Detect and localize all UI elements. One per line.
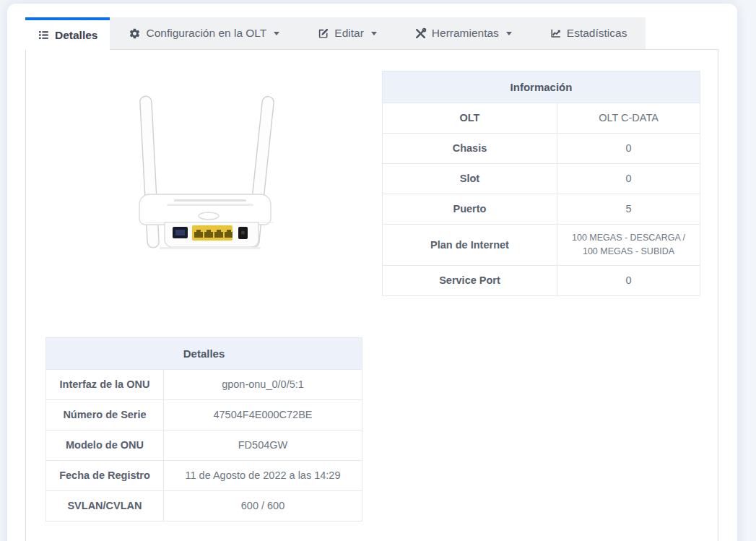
tab-configuracion-olt-label: Configuración en la OLT bbox=[146, 27, 266, 40]
row-label: Puerto bbox=[383, 194, 557, 225]
row-label: Número de Serie bbox=[46, 400, 164, 430]
detalles-table: Detalles Interfaz de la ONU gpon-onu_0/0… bbox=[45, 337, 362, 521]
row-label: Interfaz de la ONU bbox=[46, 370, 164, 400]
row-label: Chasis bbox=[383, 134, 557, 164]
tab-estadisticas-label: Estadísticas bbox=[567, 27, 627, 40]
row-value: 0 bbox=[557, 164, 700, 194]
gear-icon bbox=[129, 27, 141, 40]
table-row: Interfaz de la ONU gpon-onu_0/0/5:1 bbox=[46, 370, 362, 400]
row-value: 0 bbox=[557, 134, 700, 164]
edit-icon bbox=[317, 27, 329, 40]
table-row: Número de Serie 47504F4E000C72BE bbox=[46, 400, 362, 430]
informacion-table: Información OLT OLT C-DATA Chasis 0 Slot… bbox=[382, 71, 700, 296]
table-row: Plan de Internet 100 MEGAS - DESCARGA / … bbox=[383, 225, 700, 266]
row-label: OLT bbox=[383, 103, 557, 134]
row-value: 47504F4E000C72BE bbox=[164, 400, 362, 430]
row-value: 5 bbox=[557, 194, 700, 225]
table-row: Fecha de Registro 11 de Agosto de 2022 a… bbox=[46, 461, 362, 491]
informacion-table-title: Información bbox=[383, 72, 700, 103]
row-label: SVLAN/CVLAN bbox=[46, 491, 164, 521]
row-label: Slot bbox=[383, 164, 557, 194]
table-row: Service Port 0 bbox=[383, 266, 700, 296]
tab-configuracion-olt[interactable]: Configuración en la OLT bbox=[110, 17, 298, 49]
tab-editar-label: Editar bbox=[334, 27, 364, 40]
chart-line-icon bbox=[549, 27, 562, 40]
row-label: Service Port bbox=[383, 266, 557, 296]
row-label: Fecha de Registro bbox=[46, 461, 164, 491]
list-icon bbox=[38, 29, 50, 41]
chevron-down-icon bbox=[506, 32, 512, 35]
row-value: 0 bbox=[557, 266, 700, 296]
tab-editar[interactable]: Editar bbox=[298, 17, 396, 49]
row-value: 600 / 600 bbox=[164, 491, 362, 521]
tabs-area: Detalles Configuración en la OLT Editar … bbox=[25, 17, 718, 541]
detalles-table-title: Detalles bbox=[46, 338, 362, 370]
table-row: Chasis 0 bbox=[383, 134, 700, 164]
table-row: Puerto 5 bbox=[383, 194, 700, 225]
row-label: Modelo de ONU bbox=[46, 430, 164, 461]
row-value: gpon-onu_0/0/5:1 bbox=[164, 370, 362, 400]
onu-detail-card: Detalles Configuración en la OLT Editar … bbox=[7, 4, 737, 541]
tab-detalles-label: Detalles bbox=[55, 29, 97, 42]
table-row: Modelo de ONU FD504GW bbox=[46, 430, 362, 461]
row-label: Plan de Internet bbox=[383, 225, 557, 266]
row-value: FD504GW bbox=[164, 430, 362, 461]
tools-icon bbox=[414, 27, 427, 40]
tab-herramientas-label: Herramientas bbox=[432, 27, 499, 40]
antenna-left bbox=[140, 96, 160, 248]
table-row: OLT OLT C-DATA bbox=[383, 103, 700, 134]
row-value: 100 MEGAS - DESCARGA / 100 MEGAS - SUBID… bbox=[557, 225, 700, 266]
tab-estadisticas[interactable]: Estadísticas bbox=[531, 17, 646, 49]
row-value: 11 de Agosto de 2022 a las 14:29 bbox=[164, 461, 362, 491]
table-row: Slot 0 bbox=[383, 164, 700, 194]
onu-router-photo bbox=[123, 89, 297, 259]
chevron-down-icon bbox=[274, 32, 279, 35]
table-row: SVLAN/CVLAN 600 / 600 bbox=[46, 491, 362, 521]
chevron-down-icon bbox=[371, 32, 377, 35]
tab-content-pane: Información OLT OLT C-DATA Chasis 0 Slot… bbox=[25, 49, 718, 541]
row-value: OLT C-DATA bbox=[557, 103, 700, 134]
tab-detalles[interactable]: Detalles bbox=[25, 17, 110, 50]
tab-bar: Detalles Configuración en la OLT Editar … bbox=[25, 17, 718, 49]
tab-herramientas[interactable]: Herramientas bbox=[396, 17, 531, 49]
